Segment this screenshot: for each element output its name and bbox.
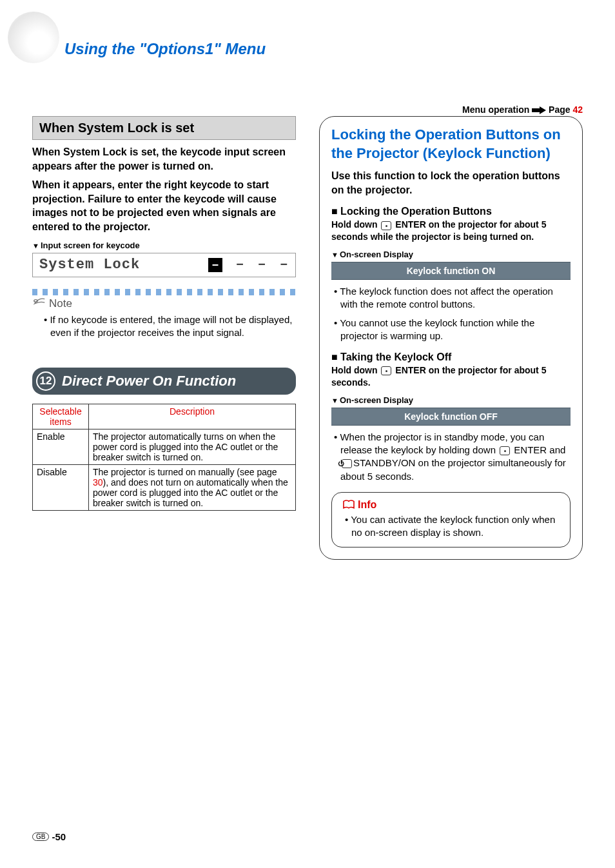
options-table: Selectable items Description Enable The … [32, 404, 296, 511]
decorative-orb [8, 12, 59, 63]
syslock-para-1: When System Lock is set, the keycode inp… [32, 145, 296, 173]
table-header-items: Selectable items [33, 404, 89, 429]
standby-icon [342, 459, 352, 468]
cell-disable: Disable [33, 465, 89, 511]
table-row: Disable The projector is turned on manua… [33, 465, 296, 511]
osd-label-1: On-screen Display [331, 250, 571, 259]
menu-op-label: Menu operation [462, 104, 529, 115]
desc-part-a: The projector is turned on manually (see… [93, 467, 277, 477]
section-number: 12 [36, 371, 55, 391]
hold-instruction-1: Hold down ENTER on the projector for abo… [331, 219, 571, 243]
table-row: Enable The projector automatically turns… [33, 429, 296, 465]
section-direct-power-on: 12 Direct Power On Function [32, 368, 296, 395]
locking-title: Locking the Operation Buttons [331, 206, 571, 217]
info-bullet: You can activate the keylock function on… [342, 513, 560, 540]
standby-bullet: When the projector is in standby mode, y… [331, 431, 571, 483]
chapter-title: Using the "Options1" Menu [64, 40, 266, 58]
page-word: Page [549, 104, 570, 115]
keylock-panel: Locking the Operation Buttons on the Pro… [319, 116, 583, 560]
info-heading: Info [342, 499, 560, 511]
hold2-a: Hold down [331, 365, 380, 375]
note-bullet-text: If no keycode is entered, the image will… [32, 313, 296, 340]
enter-icon [500, 446, 510, 455]
keycode-dash: – [258, 257, 267, 273]
page-number: -50 [52, 831, 66, 842]
input-screen-label: Input screen for keycode [32, 241, 296, 250]
bul3-b: ENTER and [511, 444, 565, 455]
svg-marker-0 [532, 106, 546, 114]
note-icon [32, 297, 46, 311]
keylock-bullet-2: You cannot use the keylock function whil… [331, 317, 571, 343]
keylock-heading: Locking the Operation Buttons on the Pro… [331, 126, 571, 163]
keylock-off-bar: Keylock function OFF [331, 408, 571, 426]
hold1-a: Hold down [331, 219, 380, 230]
section-heading-syslock: When System Lock is set [32, 116, 296, 140]
right-column: Locking the Operation Buttons on the Pro… [319, 116, 583, 560]
info-box: Info You can activate the keylock functi… [331, 492, 571, 548]
cell-disable-desc: The projector is turned on manually (see… [89, 465, 296, 511]
menu-operation-ref: Menu operation Page 42 [462, 104, 583, 115]
keylock-on-bar: Keylock function ON [331, 262, 571, 280]
syslock-para-2: When it appears, enter the right keycode… [32, 178, 296, 233]
info-word: Info [358, 499, 376, 511]
section-title: Direct Power On Function [62, 373, 236, 390]
bul3-c: STANDBY/ON on the projector simultaneous… [340, 457, 566, 481]
left-column: When System Lock is set When System Lock… [32, 116, 296, 560]
keylock-bullet-1: The keylock function does not affect the… [331, 285, 571, 311]
page-footer: GB -50 [32, 831, 66, 842]
keycode-cursor: – [208, 258, 222, 272]
keycode-slots: – – – – [208, 257, 289, 273]
desc-part-b: ), and does not turn on automatically wh… [93, 477, 288, 508]
keycode-dash: – [280, 257, 289, 273]
region-badge: GB [32, 833, 49, 841]
osd-label-2: On-screen Display [331, 395, 571, 405]
keycode-dash: – [235, 257, 244, 273]
cell-enable-desc: The projector automatically turns on whe… [89, 429, 296, 465]
enter-icon [381, 366, 391, 375]
page-ref-num: 42 [572, 104, 583, 115]
hold-instruction-2: Hold down ENTER on the projector for abo… [331, 364, 571, 389]
keylock-sub: Use this function to lock the operation … [331, 169, 571, 197]
system-lock-text: System Lock [39, 257, 140, 273]
page-ref-30: 30 [93, 477, 103, 488]
book-icon [342, 500, 355, 510]
cell-enable: Enable [33, 429, 89, 465]
arrow-right-icon [532, 106, 546, 114]
hatch-divider [32, 289, 296, 295]
enter-icon [381, 221, 391, 230]
table-header-desc: Description [89, 404, 296, 429]
system-lock-input-box: System Lock – – – – [32, 253, 296, 277]
note-word: Note [49, 297, 72, 310]
note-heading: Note [32, 297, 296, 311]
unlock-title: Taking the Keylock Off [331, 351, 571, 363]
